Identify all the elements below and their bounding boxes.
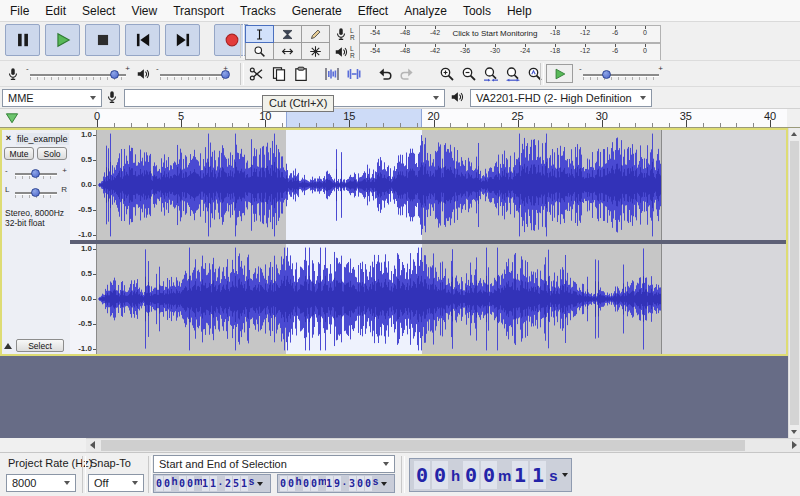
playback-meter-scale[interactable]: -54-48-42-36-30-24-18-12-60 [359, 43, 661, 61]
play-speed-slider[interactable]: -+ [579, 66, 663, 82]
scroll-up-icon[interactable] [791, 132, 797, 136]
time-digit[interactable]: m [498, 467, 511, 484]
cut-button[interactable] [246, 63, 268, 85]
selection-tool-button[interactable] [245, 25, 274, 43]
time-digit[interactable]: 1 [326, 476, 333, 491]
pause-button[interactable] [5, 24, 40, 56]
time-digit[interactable]: m [318, 476, 325, 491]
fit-selection-button[interactable] [480, 63, 502, 85]
time-digit[interactable]: 3 [349, 476, 356, 491]
waveform-right-channel[interactable] [97, 244, 786, 354]
zoom-tool-button[interactable] [245, 42, 274, 60]
slider-thumb[interactable] [221, 70, 230, 79]
draw-tool-button[interactable] [301, 25, 330, 43]
track-title-menu[interactable]: file_example▼ [16, 133, 69, 145]
menu-item[interactable]: Effect [350, 1, 396, 21]
track-gain-slider[interactable] [11, 165, 61, 181]
toolbar-grip[interactable] [240, 24, 244, 58]
time-digit[interactable]: s [248, 476, 255, 491]
vertical-scrollbar[interactable] [788, 128, 800, 438]
fit-project-button[interactable] [502, 63, 524, 85]
recording-meter-scale[interactable]: -54-48-42 Click to Start Monitoring -18-… [359, 25, 661, 43]
stop-button[interactable] [85, 24, 120, 56]
time-digit[interactable]: 0 [280, 476, 287, 491]
time-digit[interactable]: 0 [357, 476, 364, 491]
silence-audio-button[interactable] [343, 63, 365, 85]
vertical-scrollbar-thumb[interactable] [790, 141, 799, 425]
time-digit[interactable]: 0 [432, 461, 448, 489]
time-digit[interactable]: 0 [463, 461, 479, 489]
menu-item[interactable]: Edit [37, 1, 74, 21]
trim-audio-button[interactable] [321, 63, 343, 85]
undo-button[interactable] [374, 63, 396, 85]
time-digit[interactable]: h [295, 476, 302, 491]
time-digit[interactable]: . [217, 476, 224, 491]
time-digit[interactable]: 5 [233, 476, 240, 491]
zoom-out-button[interactable] [458, 63, 480, 85]
mute-button[interactable]: Mute [4, 147, 34, 160]
monitoring-hint[interactable]: Click to Start Monitoring [450, 26, 540, 42]
collapse-track-icon[interactable] [4, 343, 12, 349]
time-digit[interactable]: 0 [187, 476, 194, 491]
time-digit[interactable]: 2 [225, 476, 232, 491]
playback-meter[interactable]: LR -54-48-42-36-30-24-18-12-60 [331, 43, 661, 60]
scroll-right-icon[interactable] [792, 441, 797, 449]
time-digit[interactable]: m [194, 476, 201, 491]
snap-to-select[interactable]: Off [88, 474, 144, 492]
time-digit[interactable]: 0 [365, 476, 372, 491]
skip-to-start-button[interactable] [125, 24, 160, 56]
solo-button[interactable]: Solo [37, 147, 67, 160]
menu-item[interactable]: Tracks [232, 1, 284, 21]
envelope-tool-button[interactable] [273, 25, 302, 43]
menu-item[interactable]: Analyze [396, 1, 455, 21]
toolbar-grip[interactable] [540, 63, 544, 85]
time-digit[interactable]: h [449, 467, 462, 484]
horizontal-scrollbar-thumb[interactable] [101, 440, 745, 451]
selection-end-field[interactable]: 00h00m19.300s [277, 474, 395, 493]
time-shift-tool-button[interactable] [273, 42, 302, 60]
multi-tool-button[interactable] [301, 42, 330, 60]
zoom-in-button[interactable] [436, 63, 458, 85]
toolbar-grip[interactable] [148, 456, 152, 493]
time-digit[interactable]: 0 [179, 476, 186, 491]
selection-start-field[interactable]: 00h00m11.251s [153, 474, 271, 493]
play-at-speed-button[interactable] [546, 64, 573, 83]
time-digit[interactable]: 1 [202, 476, 209, 491]
toolbar-grip[interactable] [240, 63, 244, 85]
time-digit[interactable]: 0 [311, 476, 318, 491]
quick-play-pin-icon[interactable] [4, 111, 20, 126]
recording-meter[interactable]: LR -54-48-42 Click to Start Monitoring -… [331, 25, 661, 42]
time-digit[interactable]: h [171, 476, 178, 491]
project-rate-select[interactable]: 8000 [6, 474, 76, 492]
menu-item[interactable]: View [123, 1, 165, 21]
track-pan-slider[interactable] [11, 184, 61, 200]
playback-volume-slider[interactable]: -+ [156, 66, 228, 82]
slider-thumb[interactable] [31, 169, 40, 178]
scroll-down-icon[interactable] [791, 430, 797, 434]
time-digit[interactable]: 1 [512, 461, 528, 489]
play-button[interactable] [45, 24, 80, 56]
slider-thumb[interactable] [31, 188, 40, 197]
select-track-button[interactable]: Select [16, 339, 64, 352]
copy-button[interactable] [268, 63, 290, 85]
slider-thumb[interactable] [602, 70, 611, 79]
menu-item[interactable]: File [2, 1, 37, 21]
time-digit[interactable]: 0 [156, 476, 163, 491]
paste-button[interactable] [290, 63, 312, 85]
redo-button[interactable] [396, 63, 418, 85]
selection-mode-select[interactable]: Start and End of Selection [153, 455, 395, 473]
time-digit[interactable]: 0 [164, 476, 171, 491]
toolbar-grip[interactable] [82, 456, 86, 493]
menu-item[interactable]: Select [74, 1, 123, 21]
skip-to-end-button[interactable] [165, 24, 200, 56]
time-digit[interactable]: 0 [414, 461, 430, 489]
recording-volume-slider[interactable]: -+ [26, 66, 130, 82]
time-digit[interactable]: 1 [241, 476, 248, 491]
audio-host-select[interactable]: MME [2, 89, 102, 107]
time-digit[interactable]: 0 [303, 476, 310, 491]
time-digit[interactable]: 1 [210, 476, 217, 491]
playback-device-select[interactable]: VA2201-FHD (2- High Definition [470, 89, 652, 107]
time-digit[interactable]: 9 [334, 476, 341, 491]
close-track-button[interactable]: × [3, 133, 14, 144]
time-digit[interactable]: s [372, 476, 379, 491]
